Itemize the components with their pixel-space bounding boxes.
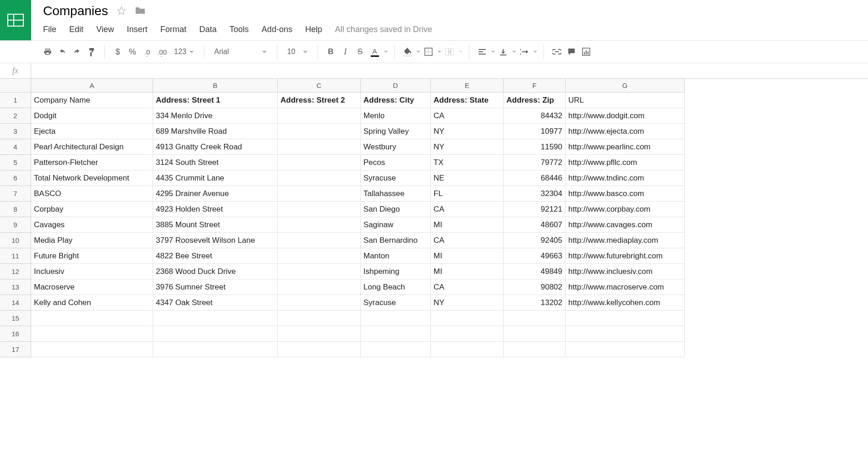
merge-cells-button[interactable] xyxy=(443,45,456,59)
column-header-F[interactable]: F xyxy=(504,79,566,93)
cell[interactable]: 3885 Mount Street xyxy=(153,217,278,233)
merge-dropdown[interactable] xyxy=(459,51,462,53)
cell[interactable]: MI xyxy=(431,248,504,264)
cell[interactable]: 4923 Holden Street xyxy=(153,202,278,217)
format-percent[interactable]: % xyxy=(126,45,139,59)
cell[interactable]: Menlo xyxy=(361,108,431,124)
cell[interactable]: Ejecta xyxy=(31,124,153,139)
text-color-button[interactable]: A xyxy=(368,45,381,59)
format-currency[interactable]: $ xyxy=(111,45,124,59)
cell[interactable]: MI xyxy=(431,217,504,233)
row-header[interactable]: 4 xyxy=(0,139,31,155)
cell[interactable]: Address: City xyxy=(361,93,431,108)
cell[interactable]: http://www.kellycohen.com xyxy=(566,295,685,311)
cell[interactable]: CA xyxy=(431,108,504,124)
row-header[interactable]: 3 xyxy=(0,124,31,139)
row-header[interactable]: 7 xyxy=(0,186,31,202)
cell[interactable]: 4822 Bee Street xyxy=(153,248,278,264)
cell[interactable]: Address: Street 2 xyxy=(278,93,361,108)
cell[interactable]: NE xyxy=(431,170,504,186)
cell[interactable]: NY xyxy=(431,295,504,311)
cell[interactable]: Address: Street 1 xyxy=(153,93,278,108)
cell[interactable]: Manton xyxy=(361,248,431,264)
cell[interactable]: 3976 Sumner Street xyxy=(153,279,278,295)
menu-help[interactable]: Help xyxy=(305,25,322,34)
fill-color-dropdown[interactable] xyxy=(417,51,420,53)
row-header[interactable]: 6 xyxy=(0,170,31,186)
font-size-select[interactable]: 10 xyxy=(284,45,311,59)
row-header[interactable]: 15 xyxy=(0,311,31,326)
strikethrough-button[interactable]: S xyxy=(354,45,367,59)
cell[interactable]: http://www.pfllc.com xyxy=(566,155,685,170)
cell[interactable] xyxy=(566,326,685,342)
cell[interactable]: http://www.mediaplay.com xyxy=(566,233,685,248)
folder-icon[interactable] xyxy=(135,6,146,16)
cell[interactable] xyxy=(361,326,431,342)
cell[interactable] xyxy=(31,311,153,326)
menu-insert[interactable]: Insert xyxy=(127,25,148,34)
cell[interactable]: 334 Menlo Drive xyxy=(153,108,278,124)
cell[interactable]: 689 Marshville Road xyxy=(153,124,278,139)
cell[interactable]: FL xyxy=(431,186,504,202)
paint-format-icon[interactable] xyxy=(85,45,98,59)
cell[interactable] xyxy=(153,311,278,326)
document-title[interactable]: Companies xyxy=(43,4,108,18)
row-header[interactable]: 8 xyxy=(0,202,31,217)
cell[interactable] xyxy=(566,311,685,326)
menu-format[interactable]: Format xyxy=(160,25,187,34)
menu-addons[interactable]: Add-ons xyxy=(262,25,292,34)
vertical-align-button[interactable] xyxy=(497,45,510,59)
cell[interactable]: 4295 Drainer Avenue xyxy=(153,186,278,202)
cell[interactable]: Patterson-Fletcher xyxy=(31,155,153,170)
fill-color-button[interactable] xyxy=(401,45,414,59)
cell[interactable]: Saginaw xyxy=(361,217,431,233)
cell[interactable]: 92121 xyxy=(504,202,566,217)
column-header-B[interactable]: B xyxy=(153,79,278,93)
cell[interactable] xyxy=(278,248,361,264)
print-icon[interactable] xyxy=(41,45,54,59)
cell[interactable]: Ishpeming xyxy=(361,264,431,279)
cell[interactable]: 11590 xyxy=(504,139,566,155)
star-icon[interactable] xyxy=(116,5,126,17)
cell[interactable] xyxy=(431,311,504,326)
font-family-select[interactable]: Arial xyxy=(211,45,270,59)
cell[interactable]: Corpbay xyxy=(31,202,153,217)
cell[interactable]: 84432 xyxy=(504,108,566,124)
cell[interactable]: NY xyxy=(431,124,504,139)
cell[interactable]: http://www.tndinc.com xyxy=(566,170,685,186)
v-align-dropdown[interactable] xyxy=(512,51,516,53)
cell[interactable]: Syracuse xyxy=(361,170,431,186)
cell[interactable]: http://www.ejecta.com xyxy=(566,124,685,139)
cell[interactable]: http://www.macroserve.com xyxy=(566,279,685,295)
bold-button[interactable]: B xyxy=(324,45,337,59)
menu-data[interactable]: Data xyxy=(199,25,217,34)
horizontal-align-button[interactable] xyxy=(476,45,489,59)
italic-button[interactable]: I xyxy=(339,45,352,59)
decrease-decimal[interactable]: .0← xyxy=(141,45,154,59)
row-header[interactable]: 9 xyxy=(0,217,31,233)
cell[interactable]: 4347 Oak Street xyxy=(153,295,278,311)
cell[interactable]: Media Play xyxy=(31,233,153,248)
cell[interactable]: CA xyxy=(431,233,504,248)
cell[interactable]: http://www.incluesiv.com xyxy=(566,264,685,279)
cell[interactable]: MI xyxy=(431,264,504,279)
cell[interactable] xyxy=(278,279,361,295)
cell[interactable]: Address: Zip xyxy=(504,93,566,108)
cell[interactable]: Tallahassee xyxy=(361,186,431,202)
borders-button[interactable] xyxy=(422,45,435,59)
cell[interactable]: Pecos xyxy=(361,155,431,170)
menu-edit[interactable]: Edit xyxy=(69,25,83,34)
text-wrap-button[interactable] xyxy=(518,45,531,59)
cell[interactable] xyxy=(278,108,361,124)
row-header[interactable]: 2 xyxy=(0,108,31,124)
cell[interactable]: http://www.basco.com xyxy=(566,186,685,202)
cell[interactable]: CA xyxy=(431,279,504,295)
cell[interactable] xyxy=(278,233,361,248)
cell[interactable]: Total Network Development xyxy=(31,170,153,186)
row-header[interactable]: 14 xyxy=(0,295,31,311)
cell[interactable] xyxy=(278,124,361,139)
h-align-dropdown[interactable] xyxy=(491,51,495,53)
cell[interactable] xyxy=(278,170,361,186)
cell[interactable]: 92405 xyxy=(504,233,566,248)
cell[interactable] xyxy=(504,342,566,357)
